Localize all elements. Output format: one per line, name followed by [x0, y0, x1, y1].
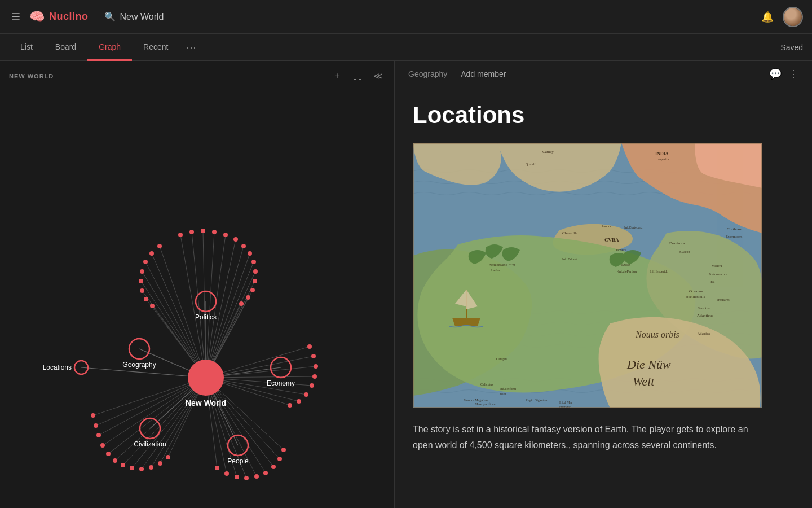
svg-line-1: [192, 232, 206, 378]
svg-text:Medera: Medera: [712, 264, 722, 268]
svg-text:Fortunatarum: Fortunatarum: [709, 273, 727, 276]
svg-point-104: [263, 471, 268, 475]
svg-text:Insulares: Insulares: [717, 298, 730, 301]
svg-text:Catigara: Catigara: [496, 357, 508, 361]
svg-point-66: [253, 269, 258, 274]
svg-text:Regio Gigantum: Regio Gigantum: [526, 398, 548, 402]
svg-point-88: [94, 423, 98, 428]
svg-point-81: [314, 364, 318, 369]
svg-line-6: [206, 246, 244, 378]
top-nav: ☰ 🧠 Nuclino 🔍 New World 🔔: [0, 0, 812, 34]
svg-text:Frenum Magallani: Frenum Magallani: [464, 398, 489, 402]
svg-point-58: [189, 230, 194, 234]
svg-point-90: [100, 443, 105, 448]
svg-text:New World: New World: [186, 398, 226, 408]
svg-text:Chamulle: Chamulle: [562, 231, 577, 235]
add-member-button[interactable]: Add member: [461, 69, 506, 78]
svg-text:Welt: Welt: [633, 374, 655, 388]
svg-text:Mare pacificum: Mare pacificum: [475, 402, 496, 406]
bell-icon[interactable]: 🔔: [761, 11, 774, 23]
tab-more-icon[interactable]: ⋯: [179, 34, 203, 61]
svg-line-2: [203, 231, 206, 378]
svg-line-33: [103, 378, 206, 445]
svg-text:Atlantica: Atlantica: [698, 332, 710, 335]
svg-text:Geography: Geography: [122, 361, 156, 369]
svg-point-73: [143, 260, 148, 264]
nav-right: 🔔: [761, 7, 803, 27]
svg-point-103: [254, 474, 259, 479]
svg-point-95: [139, 467, 144, 471]
svg-point-99: [215, 466, 219, 470]
menu-icon[interactable]: ☰: [9, 8, 23, 25]
doc-content: Locations: [395, 87, 812, 508]
logo-brain-icon: 🧠: [29, 10, 45, 24]
svg-text:People: People: [227, 457, 249, 465]
avatar-image: [784, 8, 802, 26]
svg-text:Die Nüw: Die Nüw: [626, 357, 671, 371]
right-panel: Geography Add member 💬 ⋮ Locations: [395, 61, 812, 508]
tab-recent[interactable]: Recent: [132, 34, 179, 61]
svg-point-62: [233, 237, 238, 242]
svg-point-72: [149, 251, 154, 256]
svg-line-36: [123, 378, 206, 465]
svg-text:occidentalis: occidentalis: [686, 295, 705, 299]
add-item-button[interactable]: ＋: [330, 68, 344, 84]
tab-board[interactable]: Board: [44, 34, 87, 61]
svg-point-101: [235, 475, 239, 479]
user-avatar[interactable]: [783, 7, 803, 27]
svg-point-86: [288, 403, 292, 408]
svg-point-64: [248, 251, 252, 256]
svg-point-93: [121, 463, 125, 467]
svg-point-102: [244, 476, 249, 480]
svg-point-70: [239, 301, 244, 306]
svg-text:S.Jacob: S.Jacob: [679, 250, 690, 253]
svg-point-60: [212, 230, 217, 234]
svg-point-83: [310, 383, 314, 388]
tab-bar: List Board Graph Recent ⋯ Saved: [0, 34, 812, 61]
svg-point-79: [307, 344, 312, 349]
expand-icon[interactable]: ⛶: [351, 69, 364, 84]
svg-text:Inf.Cortecard: Inf.Cortecard: [624, 226, 642, 229]
svg-text:Inf.d Sfortu: Inf.d Sfortu: [500, 387, 516, 391]
svg-text:Inf. Edonat: Inf. Edonat: [562, 257, 577, 261]
svg-text:Locations: Locations: [43, 364, 72, 371]
svg-text:superior: superior: [658, 157, 669, 161]
svg-point-107: [281, 448, 286, 452]
workspace-label: NEW WORLD: [9, 73, 54, 80]
more-options-icon[interactable]: ⋮: [788, 68, 798, 80]
saved-status: Saved: [780, 43, 803, 52]
svg-text:Economy: Economy: [267, 379, 295, 387]
doc-header: Geography Add member 💬 ⋮: [395, 61, 812, 87]
svg-text:-Inf.d ePartiqu: -Inf.d ePartiqu: [617, 270, 637, 273]
svg-point-67: [253, 279, 257, 283]
svg-text:Nouus orbis: Nouus orbis: [635, 330, 679, 339]
svg-point-92: [113, 458, 117, 463]
svg-point-59: [201, 229, 205, 233]
search-area[interactable]: 🔍 New World: [104, 11, 755, 22]
doc-map-image: INDIA superior Cathay Q.uinf/ Chamulle P…: [413, 143, 762, 408]
svg-point-80: [311, 354, 316, 358]
svg-text:Extremiores: Extremiores: [726, 235, 743, 238]
svg-point-94: [130, 466, 134, 470]
collapse-icon[interactable]: ≪: [371, 68, 385, 84]
tab-list[interactable]: List: [9, 34, 44, 61]
svg-text:Politics: Politics: [195, 313, 217, 321]
svg-text:CVBA: CVBA: [604, 237, 619, 243]
tab-graph[interactable]: Graph: [87, 34, 132, 61]
svg-point-87: [91, 413, 95, 418]
svg-point-75: [139, 279, 143, 283]
svg-point-97: [158, 461, 162, 466]
svg-point-76: [140, 288, 144, 293]
svg-point-61: [223, 233, 228, 237]
svg-text:Civilization: Civilization: [134, 440, 166, 448]
svg-point-78: [150, 304, 155, 308]
svg-point-85: [297, 399, 301, 404]
svg-point-91: [106, 452, 111, 456]
left-panel: NEW WORLD ＋ ⛶ ≪ New WorldGeographyPoliti…: [0, 61, 395, 508]
svg-line-5: [206, 239, 236, 378]
breadcrumb[interactable]: Geography: [408, 69, 447, 78]
svg-text:Cathay: Cathay: [542, 150, 554, 154]
svg-point-63: [241, 244, 246, 248]
graph-canvas[interactable]: New WorldGeographyPoliticsEconomyCiviliz…: [0, 91, 394, 508]
comment-icon[interactable]: 💬: [769, 68, 782, 80]
